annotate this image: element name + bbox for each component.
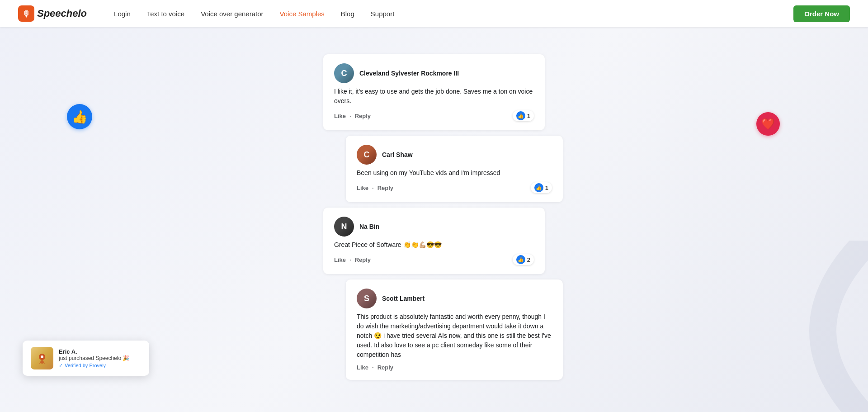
comment-text-scott: This product is absolutely fantastic and… <box>357 312 552 360</box>
like-badge-cleveland: 👍 1 <box>513 110 534 121</box>
avatar-cleveland: C <box>334 63 354 83</box>
comment-footer-carl: Like · Reply 👍 1 <box>357 182 552 193</box>
nav-links: Login Text to voice Voice over generator… <box>114 10 793 18</box>
notification-content: Eric A. just purchased Speechelo 🎉 ✓ Ver… <box>59 348 141 369</box>
notification-user-name: Eric A. <box>59 348 141 355</box>
comment-actions-cleveland: Like · Reply <box>334 113 371 119</box>
like-thumb-icon-cleveland: 👍 <box>516 111 525 120</box>
comment-text-nabin: Great Piece of Software 👏👏💪🏼😎😎 <box>334 240 534 250</box>
comment-wrapper-carl: C Carl Shaw Been using on my YouTube vid… <box>208 136 660 208</box>
reply-button-nabin[interactable]: Reply <box>355 256 371 263</box>
separator-scott: · <box>372 364 374 371</box>
comment-card-scott: S Scott Lambert This product is absolute… <box>346 279 563 380</box>
avatar-scott: S <box>357 289 377 308</box>
comment-text-cleveland: I like it, it's easy to use and gets the… <box>334 87 534 106</box>
comment-wrapper-scott: S Scott Lambert This product is absolute… <box>208 279 660 385</box>
verified-check-icon: ✓ <box>59 363 63 369</box>
nav-text-to-voice[interactable]: Text to voice <box>147 10 184 18</box>
notification-verified: ✓ Verified by Provely <box>59 363 141 369</box>
nav-blog[interactable]: Blog <box>341 10 354 18</box>
notification-popup: Eric A. just purchased Speechelo 🎉 ✓ Ver… <box>23 341 149 376</box>
nav-voice-over-generator[interactable]: Voice over generator <box>201 10 263 18</box>
like-count-cleveland: 1 <box>527 113 530 119</box>
comment-header-scott: S Scott Lambert <box>357 289 552 308</box>
commenter-name-scott: Scott Lambert <box>382 295 425 302</box>
heart-emoji: ❤️ <box>761 118 775 130</box>
comment-footer-scott: Like · Reply <box>357 364 552 371</box>
thumbs-up-emoji: 👍 <box>72 109 88 124</box>
logo-text: Speechelo <box>37 8 87 19</box>
comment-feed: C Cleveland Sylvester Rockmore III I lik… <box>208 54 660 385</box>
svg-point-3 <box>41 355 43 358</box>
avatar-carl: C <box>357 145 377 165</box>
comment-card-carl: C Carl Shaw Been using on my YouTube vid… <box>346 136 563 202</box>
reply-button-cleveland[interactable]: Reply <box>355 113 371 119</box>
reply-button-scott[interactable]: Reply <box>377 364 393 371</box>
comment-text-carl: Been using on my YouTube vids and I'm im… <box>357 168 552 178</box>
comment-actions-scott: Like · Reply <box>357 364 393 371</box>
nav-voice-samples[interactable]: Voice Samples <box>280 10 325 18</box>
comment-wrapper-cleveland: C Cleveland Sylvester Rockmore III I lik… <box>208 54 660 136</box>
separator-cleveland: · <box>349 113 351 119</box>
notification-map-icon <box>31 347 53 369</box>
commenter-name-cleveland: Cleveland Sylvester Rockmore III <box>359 70 459 77</box>
logo-link[interactable]: 🎙 Speechelo <box>18 5 87 22</box>
avatar-nabin: N <box>334 217 354 237</box>
comment-footer-cleveland: Like · Reply 👍 1 <box>334 110 534 121</box>
comment-header-nabin: N Na Bin <box>334 217 534 237</box>
like-thumb-icon-carl: 👍 <box>534 183 543 192</box>
comment-actions-carl: Like · Reply <box>357 185 393 191</box>
commenter-name-nabin: Na Bin <box>359 223 379 230</box>
separator-nabin: · <box>349 256 351 263</box>
logo-icon: 🎙 <box>18 5 34 22</box>
floating-thumbs-up-icon: 👍 <box>67 104 92 129</box>
comment-card-nabin: N Na Bin Great Piece of Software 👏👏💪🏼😎😎 … <box>323 208 545 274</box>
notification-action-text: just purchased Speechelo 🎉 <box>59 355 141 361</box>
reply-button-carl[interactable]: Reply <box>377 185 393 191</box>
like-badge-nabin: 👍 2 <box>513 254 534 265</box>
comment-card-cleveland: C Cleveland Sylvester Rockmore III I lik… <box>323 54 545 130</box>
comment-footer-nabin: Like · Reply 👍 2 <box>334 254 534 265</box>
separator-carl: · <box>372 185 374 191</box>
comment-actions-nabin: Like · Reply <box>334 256 371 263</box>
like-button-scott[interactable]: Like <box>357 364 368 371</box>
commenter-name-carl: Carl Shaw <box>382 151 413 158</box>
like-count-nabin: 2 <box>527 256 530 263</box>
like-thumb-icon-nabin: 👍 <box>516 255 525 264</box>
comment-wrapper-nabin: N Na Bin Great Piece of Software 👏👏💪🏼😎😎 … <box>208 208 660 279</box>
like-button-nabin[interactable]: Like <box>334 256 346 263</box>
navbar: 🎙 Speechelo Login Text to voice Voice ov… <box>0 0 868 27</box>
like-button-cleveland[interactable]: Like <box>334 113 346 119</box>
order-now-button[interactable]: Order Now <box>793 5 850 22</box>
verified-label: Verified by Provely <box>65 363 106 368</box>
map-pin-icon <box>35 351 49 365</box>
like-badge-carl: 👍 1 <box>531 182 552 193</box>
nav-login[interactable]: Login <box>114 10 131 18</box>
arc-decoration <box>732 241 868 412</box>
like-button-carl[interactable]: Like <box>357 185 368 191</box>
comment-header-carl: C Carl Shaw <box>357 145 552 165</box>
like-count-carl: 1 <box>545 185 548 191</box>
comment-header-cleveland: C Cleveland Sylvester Rockmore III <box>334 63 534 83</box>
svg-text:🎙: 🎙 <box>22 9 30 19</box>
floating-heart-icon: ❤️ <box>756 112 780 136</box>
nav-support[interactable]: Support <box>371 10 395 18</box>
